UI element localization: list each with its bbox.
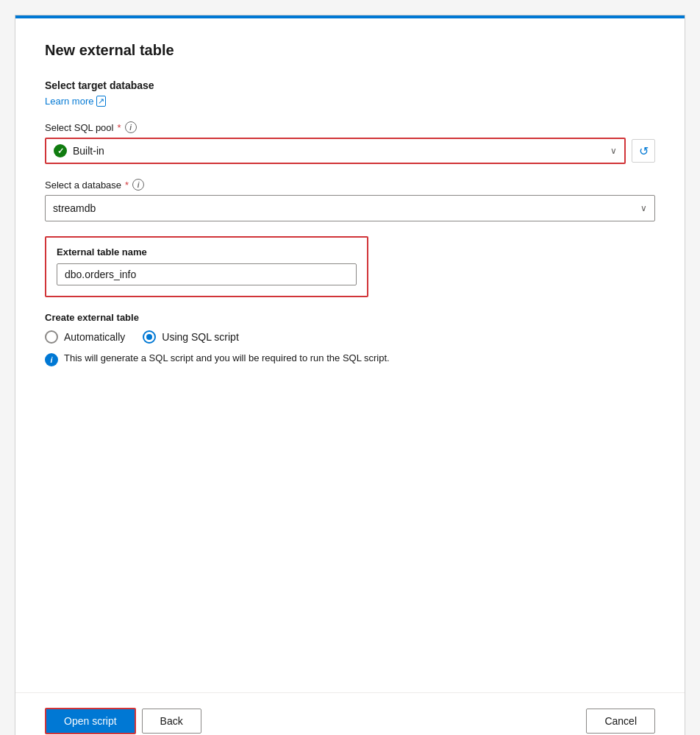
refresh-button[interactable]: ↺: [632, 139, 655, 163]
external-table-name-input[interactable]: [57, 263, 357, 285]
create-method-radio-group: Automatically Using SQL script: [45, 330, 655, 344]
learn-more-link[interactable]: Learn more ↗: [45, 96, 106, 107]
create-external-table-label: Create external table: [45, 312, 655, 323]
external-table-name-section: External table name: [45, 236, 368, 297]
database-chevron-icon: ∨: [640, 203, 647, 213]
new-external-table-dialog: New external table Select target databas…: [15, 15, 685, 735]
radio-auto-btn[interactable]: [45, 330, 58, 344]
required-star: *: [117, 122, 121, 133]
open-script-button[interactable]: Open script: [45, 708, 136, 734]
built-in-check-icon: [54, 144, 67, 157]
info-message: i This will generate a SQL script and yo…: [45, 352, 655, 366]
radio-sql-label: Using SQL script: [162, 331, 239, 343]
db-required-star: *: [125, 180, 129, 191]
radio-auto-label: Automatically: [64, 331, 125, 343]
database-field-label: Select a database* i: [45, 179, 655, 191]
radio-automatically[interactable]: Automatically: [45, 330, 125, 344]
sql-pool-chevron-icon: ∨: [610, 146, 617, 156]
dialog-footer: Open script Back Cancel: [15, 692, 685, 735]
radio-sql-script[interactable]: Using SQL script: [143, 330, 239, 344]
database-dropdown[interactable]: streamdb ∨: [45, 195, 655, 221]
sql-pool-field-label: Select SQL pool* i: [45, 121, 655, 133]
sql-pool-value: Built-in: [73, 145, 604, 157]
external-table-name-label: External table name: [57, 246, 357, 258]
dialog-title: New external table: [45, 42, 655, 59]
cancel-button[interactable]: Cancel: [586, 709, 655, 734]
sql-pool-row: Built-in ∨ ↺: [45, 138, 655, 164]
sql-pool-dropdown[interactable]: Built-in ∨: [45, 138, 626, 164]
database-info-icon[interactable]: i: [132, 179, 144, 191]
info-message-text: This will generate a SQL script and you …: [64, 352, 390, 363]
sql-pool-info-icon[interactable]: i: [125, 121, 137, 133]
external-link-icon: ↗: [96, 96, 106, 107]
back-button[interactable]: Back: [142, 709, 201, 734]
dialog-content: New external table Select target databas…: [15, 18, 685, 692]
select-target-db-label: Select target database: [45, 79, 655, 91]
info-blue-icon: i: [45, 353, 58, 366]
database-value: streamdb: [53, 202, 640, 214]
radio-sql-btn[interactable]: [143, 330, 156, 344]
